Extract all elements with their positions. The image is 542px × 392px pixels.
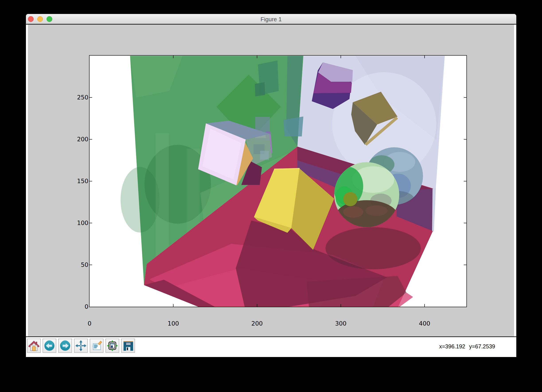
y-tick-label: 50	[69, 261, 88, 268]
customize-icon	[91, 340, 102, 351]
x-tick-label: 200	[244, 320, 270, 327]
figure-window: Figure 1	[26, 14, 516, 357]
pan-button[interactable]	[74, 339, 88, 353]
configure-subplots-button[interactable]	[105, 339, 119, 353]
x-tick-label: 400	[411, 320, 438, 327]
configure-subplots-icon	[107, 340, 118, 351]
navigation-toolbar: x=396.192 y=67.2539	[26, 337, 516, 357]
figure-canvas[interactable]: 0 100 200 300 400 0 50 100 150 200 250	[28, 25, 514, 336]
back-button[interactable]	[43, 339, 56, 353]
x-tick-label: 100	[160, 320, 187, 327]
x-tick-label: 300	[327, 320, 354, 327]
pan-icon	[75, 340, 87, 351]
wall-strip-1	[156, 133, 169, 257]
forward-button[interactable]	[58, 339, 72, 353]
y-tick-label: 200	[69, 136, 88, 143]
y-tick-label: 250	[69, 94, 88, 101]
titlebar[interactable]: Figure 1	[26, 14, 516, 24]
forward-icon	[60, 340, 71, 351]
wall-shadow-2	[120, 167, 160, 232]
customize-button[interactable]	[90, 339, 103, 353]
y-tick-label: 100	[69, 220, 88, 226]
wall-teal-reflection	[283, 117, 303, 136]
rendered-scene-image	[90, 56, 466, 307]
wall-edge-sliver	[432, 188, 436, 232]
cursor-x-readout: x=396.192	[439, 343, 465, 350]
x-tick-label: 0	[76, 320, 103, 327]
y-tick-label: 0	[69, 303, 88, 310]
cursor-y-readout: y=67.2539	[469, 343, 495, 350]
axes-area[interactable]	[89, 55, 467, 307]
back-icon	[44, 340, 55, 351]
sphere-shadow	[325, 227, 421, 269]
wall-dark-square	[255, 82, 265, 96]
save-icon	[123, 340, 134, 351]
window-title: Figure 1	[26, 16, 516, 23]
home-button[interactable]	[27, 339, 41, 353]
screen: Figure 1	[0, 0, 542, 392]
save-button[interactable]	[121, 339, 135, 353]
home-icon	[28, 340, 39, 351]
y-tick-label: 150	[69, 178, 88, 184]
